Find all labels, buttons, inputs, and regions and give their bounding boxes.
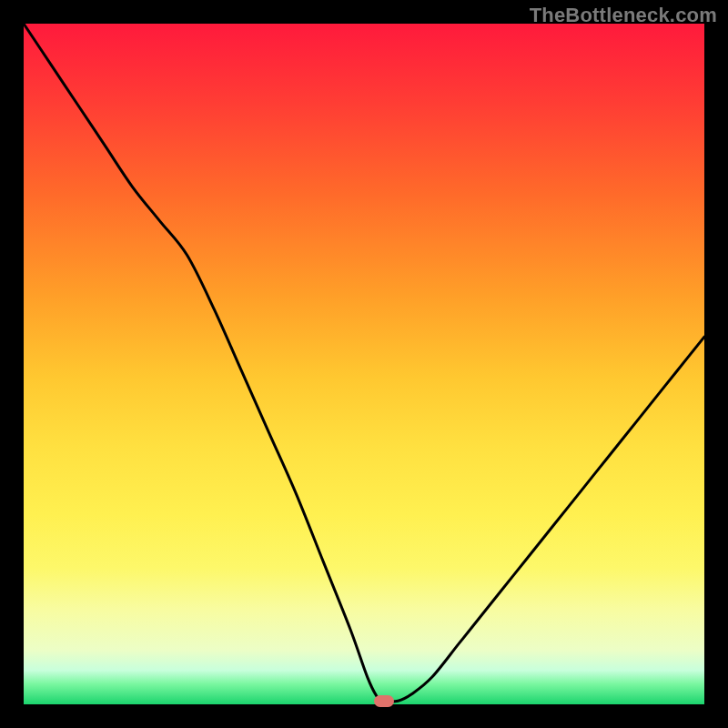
sweet-spot-marker — [374, 695, 394, 707]
chart-svg — [24, 24, 704, 704]
watermark-text: TheBottleneck.com — [530, 4, 717, 27]
chart-frame: TheBottleneck.com — [0, 0, 728, 728]
bottleneck-curve — [24, 24, 704, 702]
